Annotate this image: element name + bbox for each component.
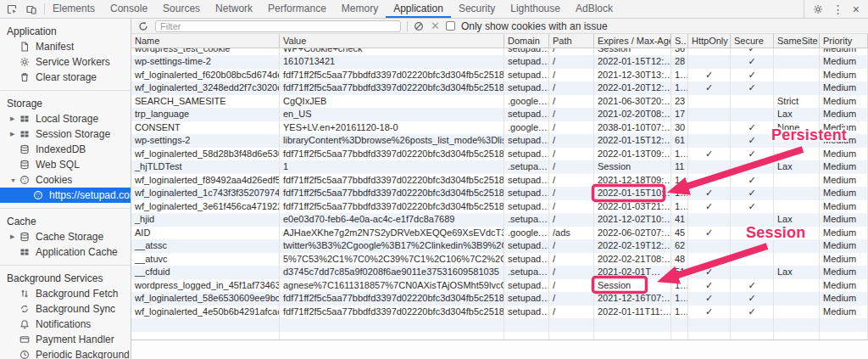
filter-input[interactable]: [155, 20, 401, 32]
column-header-samesite[interactable]: SameSite: [774, 34, 820, 48]
tab-sources[interactable]: Sources: [155, 0, 208, 18]
sidebar-item-web-sql[interactable]: Web SQL: [0, 157, 131, 172]
cookie-row-atssc[interactable]: __atssctwitter%3B3%2Cgoogle%3B17%2Clinke…: [131, 239, 868, 253]
cookie-row-wf-loginalerted-f89492aa4d26edf53[interactable]: wf_loginalerted_f89492aa4d26edf53…fdf71f…: [131, 174, 868, 188]
sidebar-item-periodic-background-sync[interactable]: Periodic Background Sync: [0, 347, 131, 359]
sidebar-item-service-workers[interactable]: Service Workers: [0, 54, 131, 70]
sidebar-item-background-sync[interactable]: Background Sync: [0, 301, 131, 317]
cell-expires: 2022-01-15T12:…: [594, 134, 671, 148]
cell-secure: [731, 227, 774, 240]
cell-expires: 2022-01-11T11:…: [594, 306, 671, 319]
sidebar-item-session-storage[interactable]: ▶Session Storage: [0, 126, 131, 142]
column-header-name[interactable]: Name: [131, 34, 280, 48]
cell-path: /: [549, 200, 594, 214]
cell-priority: Medium: [820, 134, 868, 148]
cell-priority: Medium: [820, 266, 868, 279]
sidebar-item-payment-handler[interactable]: Payment Handler: [0, 332, 131, 347]
cookie-row-aid[interactable]: AIDAJHaeXKhe7g2m2N7S2yDRVebXEQQe69XsEVdc…: [131, 227, 868, 240]
column-header-secure[interactable]: Secure: [731, 34, 774, 48]
tab-elements[interactable]: Elements: [45, 0, 103, 18]
refresh-icon[interactable]: [138, 20, 149, 31]
sidebar-item-application-cache[interactable]: Application Cache: [0, 244, 131, 260]
device-toolbar-icon[interactable]: [26, 3, 37, 14]
column-header-priority[interactable]: Priority: [820, 34, 868, 48]
cell-value: agnese%7C1611318857%7CN0AXisTAjOSMht59lv…: [280, 279, 504, 293]
cookie-row-cfduid[interactable]: __cfduidd3745c7dd7c85a9f0208f6ae9011e375…: [131, 266, 868, 279]
settings-gear-icon[interactable]: [813, 3, 824, 14]
tab-adblock[interactable]: AdBlock: [568, 0, 620, 18]
cookies-panel: ✕ Only show cookies with an issue NameVa…: [131, 19, 868, 359]
cell-size: 1…: [671, 148, 688, 161]
sidebar-item-cookies[interactable]: ▼Cookies: [0, 172, 131, 188]
cookie-row-hjtldtest[interactable]: _hjTLDTest1.setupa…/Session11LaxMedium: [131, 160, 868, 174]
column-header-domain[interactable]: Domain: [504, 34, 549, 48]
delete-selected-icon[interactable]: ✕: [431, 20, 440, 31]
column-header-expires[interactable]: Expires / Max-Age: [594, 34, 671, 48]
sidebar-item-label: Periodic Background Sync: [36, 349, 131, 359]
cookie-row-wf-loginalerted-4e50b6b4291afcacd[interactable]: wf_loginalerted_4e50b6b4291afcacd…fdf71f…: [131, 306, 868, 319]
cookie-row-wf-loginalerted-1c743f3f35207974e[interactable]: wf_loginalerted_1c743f3f35207974e…fdf71f…: [131, 187, 868, 200]
tab-security[interactable]: Security: [451, 0, 503, 18]
cookie-row-atuvc[interactable]: __atuvc5%7C53%2C1%7C0%2C39%7C1%2C106%7C2…: [131, 253, 868, 266]
database-icon: [19, 160, 31, 171]
clear-all-cookies-icon[interactable]: [414, 20, 425, 31]
expander-icon[interactable]: ▼: [10, 177, 19, 183]
tab-lighthouse[interactable]: Lighthouse: [503, 0, 568, 18]
sidebar-item-label: Background Sync: [36, 303, 115, 315]
sync-icon: [19, 304, 31, 315]
cookie-row-wf-loginalerted-f620b08bc5d674de[interactable]: wf_loginalerted_f620b08bc5d674de…fdf71ff…: [131, 69, 868, 82]
cookie-row-search-samesite[interactable]: SEARCH_SAMESITECgQIxJEB.google.…/2021-06…: [131, 95, 868, 109]
cell-secure: ✓: [731, 134, 774, 148]
cell-name: wp-settings-time-2: [131, 55, 280, 69]
cookie-row-wf-loginalerted-3e61f456ca471922a[interactable]: wf_loginalerted_3e61f456ca471922a…fdf71f…: [131, 200, 868, 214]
column-header-httponly[interactable]: HttpOnly: [688, 34, 731, 48]
column-header-path[interactable]: Path: [549, 34, 594, 48]
tab-application[interactable]: Application: [386, 0, 451, 18]
cell-path: /ads: [549, 227, 594, 240]
tab-memory[interactable]: Memory: [334, 0, 386, 18]
cookie-row-wordpress-logged-in-45f1af734638[interactable]: wordpress_logged_in_45f1af734638…agnese%…: [131, 279, 868, 293]
cell-priority: Medium: [820, 69, 868, 82]
kebab-menu-icon[interactable]: ⋮: [832, 3, 844, 15]
cookie-row-wp-settings-2[interactable]: wp-settings-2libraryContent%3Dbrowse%26p…: [131, 134, 868, 148]
sidebar-item-manifest[interactable]: Manifest: [0, 39, 131, 54]
expander-icon[interactable]: ▶: [10, 131, 19, 137]
empty-cell: [280, 332, 504, 340]
cookie-row-hjid[interactable]: _hjide0e03d70-feb6-4e0a-ac4c-e1f7dc8a768…: [131, 213, 868, 227]
issue-filter-checkbox[interactable]: [446, 21, 455, 31]
inspect-element-icon[interactable]: [7, 3, 18, 14]
cookie-row-trp-language[interactable]: trp_languageen_USsetupad…/2021-02-20T08:…: [131, 108, 868, 121]
sidebar-item-https-setupad-com[interactable]: https://setupad.com: [0, 188, 131, 203]
cell-size: 45: [671, 227, 688, 240]
sidebar-item-notifications[interactable]: Notifications: [0, 317, 131, 332]
cell-path: /: [549, 134, 594, 148]
cell-secure: [731, 253, 774, 266]
empty-cell: [131, 332, 280, 340]
cell-expires: 2021-12-30T13:…: [594, 69, 671, 82]
sidebar-item-clear-storage[interactable]: Clear storage: [0, 70, 131, 85]
cookie-row-consent[interactable]: CONSENTYES+LV.en+20161120-18-0.google.…/…: [131, 121, 868, 135]
expander-icon[interactable]: ▶: [10, 233, 19, 240]
cell-httponly: [688, 48, 731, 55]
cookie-row-wp-settings-time-2[interactable]: wp-settings-time-21610713421setupad…/202…: [131, 55, 868, 69]
tab-console[interactable]: Console: [103, 0, 155, 18]
cookie-row-wf-loginalerted-58e6530609ee9bc5[interactable]: wf_loginalerted_58e6530609ee9bc5…fdf71ff…: [131, 292, 868, 306]
cookie-row-wf-loginalerted-3248edd2f7c3020d[interactable]: wf_loginalerted_3248edd2f7c3020d…fdf71ff…: [131, 81, 868, 95]
sidebar-item-cache-storage[interactable]: ▶Cache Storage: [0, 229, 131, 244]
tab-performance[interactable]: Performance: [260, 0, 334, 18]
close-devtools-icon[interactable]: ×: [853, 3, 860, 15]
database-icon: [19, 144, 31, 155]
cookie-row-wordpress-test-cookie[interactable]: wordpress_test_cookieWP+Cookie+checksetu…: [131, 48, 868, 55]
sidebar-item-local-storage[interactable]: ▶Local Storage: [0, 111, 131, 126]
column-header-size[interactable]: S..: [671, 34, 688, 48]
cell-size: 62: [671, 239, 688, 253]
sidebar-item-indexeddb[interactable]: IndexedDB: [0, 142, 131, 157]
sidebar-item-background-fetch[interactable]: Background Fetch: [0, 286, 131, 301]
cell-name: wf_loginalerted_3248edd2f7c3020d…: [131, 81, 280, 95]
column-header-value[interactable]: Value: [280, 34, 504, 48]
cookie-icon: [33, 190, 44, 201]
cookie-row-wf-loginalerted-58d28b3f48d6e536[interactable]: wf_loginalerted_58d28b3f48d6e536…fdf71ff…: [131, 148, 868, 161]
tab-network[interactable]: Network: [208, 0, 260, 18]
expander-icon[interactable]: ▶: [10, 115, 19, 122]
devtools-tab-bar: ElementsConsoleSourcesNetworkPerformance…: [0, 0, 868, 19]
